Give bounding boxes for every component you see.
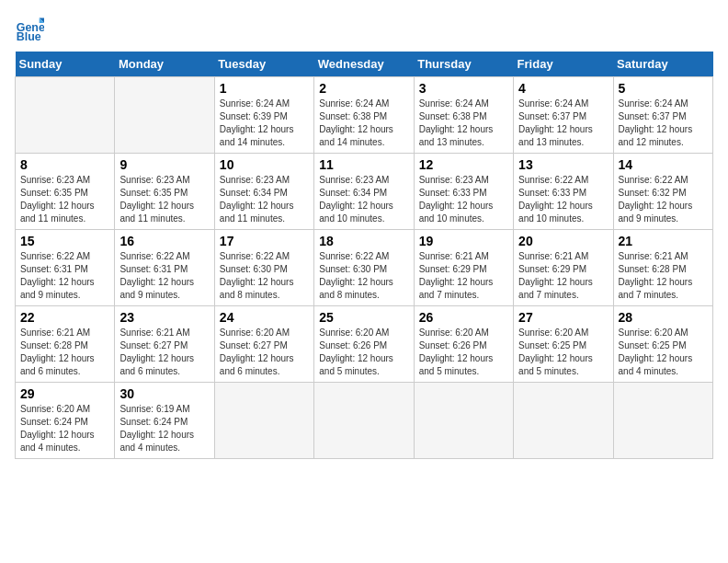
calendar-cell: 5Sunrise: 6:24 AM Sunset: 6:37 PM Daylig…: [613, 77, 712, 154]
day-of-week-header: Wednesday: [314, 52, 414, 77]
day-number: 4: [518, 81, 608, 96]
calendar-cell: 22Sunrise: 6:21 AM Sunset: 6:28 PM Dayli…: [16, 306, 115, 383]
day-number: 12: [419, 157, 508, 172]
day-of-week-header: Sunday: [16, 52, 115, 77]
day-of-week-header: Saturday: [613, 52, 712, 77]
day-of-week-header: Thursday: [414, 52, 513, 77]
day-info: Sunrise: 6:23 AM Sunset: 6:33 PM Dayligh…: [419, 174, 508, 225]
calendar-cell: 19Sunrise: 6:21 AM Sunset: 6:29 PM Dayli…: [414, 230, 513, 306]
calendar-cell: [613, 383, 712, 459]
day-info: Sunrise: 6:24 AM Sunset: 6:38 PM Dayligh…: [319, 98, 408, 149]
calendar-cell: 1Sunrise: 6:24 AM Sunset: 6:39 PM Daylig…: [214, 77, 313, 154]
day-number: 13: [518, 157, 608, 172]
day-info: Sunrise: 6:23 AM Sunset: 6:34 PM Dayligh…: [220, 174, 309, 225]
day-info: Sunrise: 6:24 AM Sunset: 6:39 PM Dayligh…: [220, 98, 309, 149]
calendar-cell: 18Sunrise: 6:22 AM Sunset: 6:30 PM Dayli…: [314, 230, 414, 306]
day-number: 11: [319, 157, 408, 172]
calendar-cell: 21Sunrise: 6:21 AM Sunset: 6:28 PM Dayli…: [613, 230, 712, 306]
day-number: 8: [20, 157, 109, 172]
calendar-cell: [414, 383, 513, 459]
day-number: 2: [319, 81, 408, 96]
day-number: 23: [119, 310, 209, 325]
day-number: 3: [419, 81, 508, 96]
day-info: Sunrise: 6:21 AM Sunset: 6:28 PM Dayligh…: [619, 250, 708, 302]
day-info: Sunrise: 6:22 AM Sunset: 6:31 PM Dayligh…: [119, 250, 209, 302]
page-header: General Blue: [15, 15, 713, 44]
day-number: 27: [518, 310, 608, 325]
day-number: 17: [220, 234, 309, 248]
svg-text:Blue: Blue: [17, 30, 41, 43]
day-info: Sunrise: 6:24 AM Sunset: 6:38 PM Dayligh…: [419, 98, 508, 149]
calendar-cell: 2Sunrise: 6:24 AM Sunset: 6:38 PM Daylig…: [314, 77, 414, 154]
calendar-cell: 13Sunrise: 6:22 AM Sunset: 6:33 PM Dayli…: [514, 154, 613, 230]
calendar-cell: 17Sunrise: 6:22 AM Sunset: 6:30 PM Dayli…: [214, 230, 313, 306]
day-number: 10: [220, 157, 309, 172]
day-number: 26: [419, 310, 508, 325]
day-number: 1: [220, 81, 309, 96]
day-info: Sunrise: 6:20 AM Sunset: 6:26 PM Dayligh…: [419, 327, 508, 378]
day-info: Sunrise: 6:20 AM Sunset: 6:25 PM Dayligh…: [518, 327, 608, 378]
day-info: Sunrise: 6:21 AM Sunset: 6:27 PM Dayligh…: [119, 327, 209, 378]
day-info: Sunrise: 6:22 AM Sunset: 6:30 PM Dayligh…: [319, 250, 408, 302]
calendar-cell: 3Sunrise: 6:24 AM Sunset: 6:38 PM Daylig…: [414, 77, 513, 154]
day-number: 5: [619, 81, 708, 96]
day-of-week-header: Monday: [115, 52, 214, 77]
calendar-cell: [314, 383, 414, 459]
day-info: Sunrise: 6:22 AM Sunset: 6:32 PM Dayligh…: [619, 174, 708, 225]
day-info: Sunrise: 6:20 AM Sunset: 6:27 PM Dayligh…: [220, 327, 309, 378]
day-number: 15: [20, 234, 109, 248]
day-info: Sunrise: 6:20 AM Sunset: 6:24 PM Dayligh…: [20, 403, 109, 454]
calendar-cell: 25Sunrise: 6:20 AM Sunset: 6:26 PM Dayli…: [314, 306, 414, 383]
day-number: 19: [419, 234, 508, 248]
calendar-cell: [514, 383, 613, 459]
calendar-cell: 28Sunrise: 6:20 AM Sunset: 6:25 PM Dayli…: [613, 306, 712, 383]
day-number: 16: [119, 234, 209, 248]
calendar-cell: 15Sunrise: 6:22 AM Sunset: 6:31 PM Dayli…: [16, 230, 115, 306]
day-number: 30: [119, 386, 209, 401]
day-info: Sunrise: 6:22 AM Sunset: 6:33 PM Dayligh…: [518, 174, 608, 225]
day-info: Sunrise: 6:22 AM Sunset: 6:30 PM Dayligh…: [220, 250, 309, 302]
calendar-cell: 29Sunrise: 6:20 AM Sunset: 6:24 PM Dayli…: [16, 383, 115, 459]
day-info: Sunrise: 6:21 AM Sunset: 6:28 PM Dayligh…: [20, 327, 109, 378]
calendar-cell: 16Sunrise: 6:22 AM Sunset: 6:31 PM Dayli…: [115, 230, 214, 306]
day-of-week-header: Tuesday: [214, 52, 313, 77]
day-info: Sunrise: 6:23 AM Sunset: 6:35 PM Dayligh…: [119, 174, 209, 225]
day-number: 22: [20, 310, 109, 325]
day-number: 28: [619, 310, 708, 325]
calendar-cell: 24Sunrise: 6:20 AM Sunset: 6:27 PM Dayli…: [214, 306, 313, 383]
calendar-table: SundayMondayTuesdayWednesdayThursdayFrid…: [15, 52, 713, 459]
calendar-cell: [115, 77, 214, 154]
calendar-cell: 12Sunrise: 6:23 AM Sunset: 6:33 PM Dayli…: [414, 154, 513, 230]
calendar-cell: 10Sunrise: 6:23 AM Sunset: 6:34 PM Dayli…: [214, 154, 313, 230]
day-number: 25: [319, 310, 408, 325]
day-number: 9: [119, 157, 209, 172]
calendar-cell: [16, 77, 115, 154]
day-info: Sunrise: 6:23 AM Sunset: 6:35 PM Dayligh…: [20, 174, 109, 225]
day-info: Sunrise: 6:24 AM Sunset: 6:37 PM Dayligh…: [518, 98, 608, 149]
day-number: 29: [20, 386, 109, 401]
day-number: 14: [619, 157, 708, 172]
day-info: Sunrise: 6:23 AM Sunset: 6:34 PM Dayligh…: [319, 174, 408, 225]
day-info: Sunrise: 6:21 AM Sunset: 6:29 PM Dayligh…: [419, 250, 508, 302]
calendar-cell: 8Sunrise: 6:23 AM Sunset: 6:35 PM Daylig…: [16, 154, 115, 230]
calendar-cell: 4Sunrise: 6:24 AM Sunset: 6:37 PM Daylig…: [514, 77, 613, 154]
day-info: Sunrise: 6:24 AM Sunset: 6:37 PM Dayligh…: [619, 98, 708, 149]
day-of-week-header: Friday: [514, 52, 613, 77]
day-number: 24: [220, 310, 309, 325]
calendar-cell: 26Sunrise: 6:20 AM Sunset: 6:26 PM Dayli…: [414, 306, 513, 383]
day-info: Sunrise: 6:19 AM Sunset: 6:24 PM Dayligh…: [119, 403, 209, 454]
day-info: Sunrise: 6:22 AM Sunset: 6:31 PM Dayligh…: [20, 250, 109, 302]
day-info: Sunrise: 6:21 AM Sunset: 6:29 PM Dayligh…: [518, 250, 608, 302]
calendar-cell: 11Sunrise: 6:23 AM Sunset: 6:34 PM Dayli…: [314, 154, 414, 230]
calendar-cell: 30Sunrise: 6:19 AM Sunset: 6:24 PM Dayli…: [115, 383, 214, 459]
day-info: Sunrise: 6:20 AM Sunset: 6:25 PM Dayligh…: [619, 327, 708, 378]
day-number: 20: [518, 234, 608, 248]
calendar-cell: 14Sunrise: 6:22 AM Sunset: 6:32 PM Dayli…: [613, 154, 712, 230]
day-info: Sunrise: 6:20 AM Sunset: 6:26 PM Dayligh…: [319, 327, 408, 378]
logo: General Blue: [15, 15, 48, 44]
day-number: 18: [319, 234, 408, 248]
calendar-cell: 23Sunrise: 6:21 AM Sunset: 6:27 PM Dayli…: [115, 306, 214, 383]
calendar-cell: 9Sunrise: 6:23 AM Sunset: 6:35 PM Daylig…: [115, 154, 214, 230]
day-number: 21: [619, 234, 708, 248]
calendar-cell: 27Sunrise: 6:20 AM Sunset: 6:25 PM Dayli…: [514, 306, 613, 383]
